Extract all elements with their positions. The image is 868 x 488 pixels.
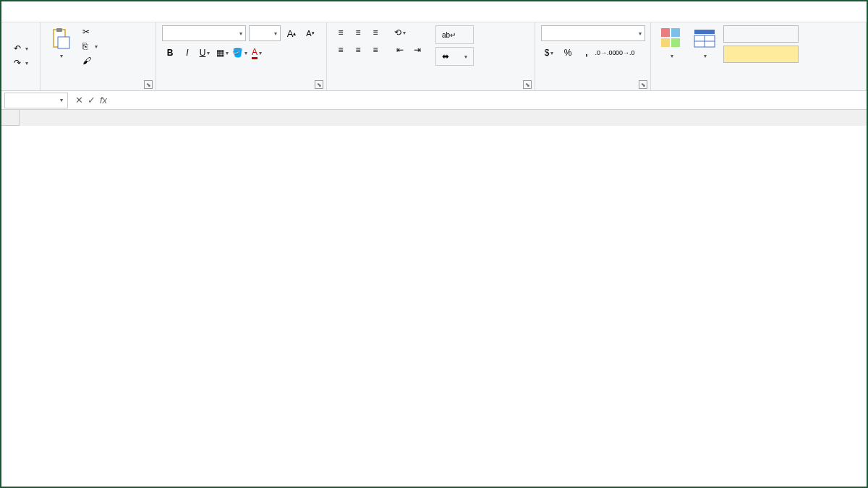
font-name-combo[interactable]: ▾: [162, 25, 246, 41]
dialog-launcher-clipboard[interactable]: ⬊: [144, 80, 153, 89]
fx-button[interactable]: fx: [100, 95, 107, 106]
copy-button[interactable]: ⎘▾: [80, 40, 101, 53]
paste-button[interactable]: ▾: [46, 25, 75, 61]
align-middle-button[interactable]: ≡: [350, 25, 366, 40]
align-top-button[interactable]: ≡: [333, 25, 349, 40]
svg-rect-5: [661, 38, 670, 47]
paste-icon: [49, 27, 72, 50]
decrease-decimal-button[interactable]: .00→.0: [616, 46, 632, 60]
font-size-combo[interactable]: ▾: [249, 25, 281, 41]
bucket-icon: 🪣: [232, 48, 243, 58]
format-painter-button[interactable]: 🖌: [80, 54, 101, 67]
menu-bar: [1, 1, 867, 22]
group-label-clipboard: [46, 86, 150, 89]
column-headers: [20, 110, 867, 126]
dialog-launcher-alignment[interactable]: ⬊: [523, 80, 532, 89]
enter-formula-button[interactable]: ✓: [88, 95, 95, 106]
decrease-font-button[interactable]: A▾: [302, 26, 318, 40]
group-clipboard: ▾ ✂ ⎘▾ 🖌 ⬊: [41, 22, 156, 90]
cells-area: [20, 126, 867, 487]
group-number: ▾ $▾ % , .0→.00 .00→.0 ⬊: [535, 22, 651, 90]
redo-button[interactable]: ↷▾: [11, 56, 31, 69]
name-box[interactable]: ▾: [4, 93, 68, 108]
group-label-font: [162, 86, 320, 89]
svg-rect-7: [694, 30, 715, 34]
group-alignment: ≡ ≡ ≡ ⟲▾ ≡ ≡ ≡ ⇤ ⇥ ab↵ ⬌ ▾: [327, 22, 535, 90]
border-button[interactable]: ▦▾: [214, 46, 230, 60]
group-label-styles: [657, 86, 860, 89]
style-neutral[interactable]: [723, 46, 799, 63]
increase-font-button[interactable]: A▴: [284, 26, 299, 40]
align-center-button[interactable]: ≡: [350, 43, 366, 57]
ribbon: ↶▾ ↷▾ ▾ ✂ ⎘▾ 🖌 ⬊ ▾: [1, 22, 867, 91]
svg-rect-2: [58, 37, 69, 48]
paintbrush-icon: 🖌: [82, 56, 91, 66]
redo-icon: ↷: [14, 58, 21, 68]
chevron-down-icon: ▾: [60, 53, 63, 59]
percent-button[interactable]: %: [560, 46, 576, 60]
fill-color-button[interactable]: 🪣▾: [231, 46, 247, 60]
align-bottom-button[interactable]: ≡: [367, 25, 383, 40]
merge-icon: ⬌: [442, 51, 449, 61]
table-icon: [693, 27, 716, 50]
font-color-button[interactable]: A▾: [249, 46, 265, 60]
dialog-launcher-number[interactable]: ⬊: [639, 80, 647, 89]
bold-button[interactable]: B: [162, 46, 178, 60]
increase-indent-button[interactable]: ⇥: [409, 43, 425, 57]
style-normal[interactable]: [723, 25, 799, 43]
dialog-launcher-font[interactable]: ⬊: [315, 80, 323, 89]
undo-icon: ↶: [14, 43, 21, 53]
align-right-button[interactable]: ≡: [367, 43, 383, 57]
decrease-indent-button[interactable]: ⇤: [392, 43, 408, 57]
svg-rect-1: [56, 28, 62, 32]
italic-button[interactable]: I: [179, 46, 195, 60]
group-label-alignment: [333, 86, 529, 89]
undo-button[interactable]: ↶▾: [11, 42, 31, 55]
formula-bar: ▾ ✕ ✓ fx: [1, 91, 867, 110]
cancel-formula-button[interactable]: ✕: [75, 95, 83, 106]
conditional-formatting-button[interactable]: ▾: [657, 25, 686, 61]
currency-button[interactable]: $▾: [541, 46, 557, 60]
group-styles: ▾ ▾: [651, 22, 867, 90]
spreadsheet-grid: [1, 110, 867, 487]
comma-button[interactable]: ,: [579, 46, 595, 60]
group-font: ▾ ▾ A▴ A▾ B I U▾ ▦▾ 🪣▾ A▾ ⬊: [156, 22, 327, 90]
scissors-icon: ✂: [82, 27, 90, 37]
copy-icon: ⎘: [82, 41, 88, 51]
underline-button[interactable]: U▾: [197, 46, 213, 60]
increase-decimal-button[interactable]: .0→.00: [597, 46, 613, 60]
group-label-number: [541, 86, 644, 89]
svg-rect-4: [671, 28, 680, 37]
cut-button[interactable]: ✂: [80, 25, 101, 38]
align-left-button[interactable]: ≡: [333, 43, 349, 57]
orientation-button[interactable]: ⟲▾: [392, 25, 408, 40]
svg-rect-3: [661, 28, 670, 37]
select-all-corner[interactable]: [1, 110, 20, 126]
group-undo: ↶▾ ↷▾: [1, 22, 41, 90]
number-format-combo[interactable]: ▾: [541, 25, 645, 41]
group-label-undo: [7, 86, 34, 89]
wrap-text-button[interactable]: ab↵: [435, 25, 474, 44]
merge-center-button[interactable]: ⬌ ▾: [435, 47, 474, 66]
svg-rect-6: [671, 38, 680, 47]
wrap-text-icon: ab↵: [442, 31, 456, 39]
conditional-formatting-icon: [660, 27, 683, 50]
format-as-table-button[interactable]: ▾: [690, 25, 719, 61]
